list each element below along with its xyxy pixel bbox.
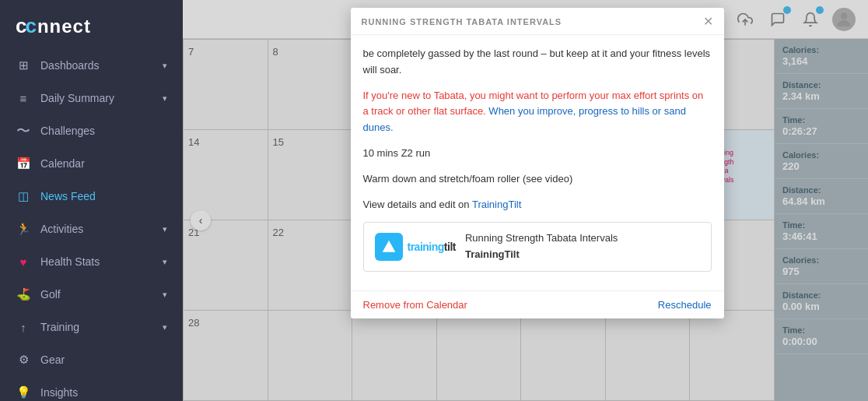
sidebar-item-label: Daily Summary: [40, 92, 163, 104]
chevron-icon: ▾: [163, 61, 167, 71]
sidebar-item-label: Golf: [40, 288, 163, 301]
sidebar: ccnnect ⊞ Dashboards ▾ ≡ Daily Summary ▾…: [0, 0, 183, 401]
tt-source: TrainingTilt: [465, 247, 618, 263]
training-tilt-link[interactable]: TrainingTilt: [472, 199, 521, 210]
sidebar-item-health-stats[interactable]: ♥ Health Stats ▾: [0, 245, 183, 278]
modal-overlay: RUNNING STRENGTH TABATA INTERVALS ✕ be c…: [183, 0, 868, 401]
modal-close-button[interactable]: ✕: [703, 16, 713, 28]
modal-body-viewdetails: View details and edit on TrainingTilt: [363, 197, 712, 213]
daily-summary-icon: ≡: [16, 90, 31, 106]
reschedule-button[interactable]: Reschedule: [658, 299, 712, 311]
sidebar-item-daily-summary[interactable]: ≡ Daily Summary ▾: [0, 82, 183, 114]
health-stats-icon: ♥: [16, 254, 31, 269]
remove-from-calendar-button[interactable]: Remove from Calendar: [363, 299, 467, 311]
chevron-icon: ▾: [163, 93, 167, 104]
modal-body-tabata: If you're new to Tabata, you might want …: [363, 88, 712, 136]
training-icon: ↑: [16, 319, 31, 335]
sidebar-nav: ⊞ Dashboards ▾ ≡ Daily Summary ▾ 〜 Chall…: [0, 49, 183, 401]
chevron-icon: ▾: [163, 322, 167, 332]
sidebar-item-label: Insights: [40, 386, 167, 399]
sidebar-item-activities[interactable]: 🏃 Activities ▾: [0, 213, 183, 245]
sidebar-item-challenges[interactable]: 〜 Challenges: [0, 114, 183, 147]
body-text: be completely gassed by the last round –…: [363, 47, 711, 76]
sidebar-item-training[interactable]: ↑ Training ▾: [0, 311, 183, 343]
tt-logo: [375, 233, 403, 261]
dashboards-icon: ⊞: [16, 58, 31, 73]
sidebar-item-label: Gear: [40, 354, 167, 366]
challenges-icon: 〜: [16, 123, 31, 139]
sidebar-item-news-feed[interactable]: ◫ News Feed: [0, 180, 183, 213]
chevron-icon: ▾: [163, 290, 167, 300]
chevron-icon: ▾: [163, 224, 167, 234]
modal-body-intro: be completely gassed by the last round –…: [363, 46, 712, 79]
sidebar-item-dashboards[interactable]: ⊞ Dashboards ▾: [0, 49, 183, 82]
chevron-icon: ▾: [163, 257, 167, 267]
sidebar-item-insights[interactable]: 💡 Insights: [0, 376, 183, 401]
modal-body: be completely gassed by the last round –…: [351, 35, 724, 290]
logo-text: ccnnect: [16, 14, 91, 38]
event-modal: RUNNING STRENGTH TABATA INTERVALS ✕ be c…: [351, 8, 724, 318]
insights-icon: 💡: [16, 385, 31, 400]
modal-header: RUNNING STRENGTH TABATA INTERVALS ✕: [351, 8, 724, 35]
sidebar-item-label: Activities: [40, 223, 163, 235]
sidebar-item-gear[interactable]: ⚙ Gear: [0, 343, 183, 376]
sidebar-item-golf[interactable]: ⛳ Golf ▾: [0, 278, 183, 311]
sidebar-item-label: Training: [40, 321, 163, 333]
main-area: ‹ 7 8 9 10 11 12: [183, 0, 868, 401]
modal-body-warmdown: Warm down and stretch/foam roller (see v…: [363, 171, 712, 188]
sidebar-item-label: Challenges: [40, 125, 167, 137]
tt-brand-text: trainingtilt: [408, 238, 456, 255]
golf-icon: ⛳: [16, 287, 31, 302]
activities-icon: 🏃: [16, 221, 31, 237]
app-logo: ccnnect: [0, 0, 183, 49]
calendar-icon: 📅: [16, 156, 31, 171]
svg-marker-2: [382, 241, 395, 252]
modal-body-z2: 10 mins Z2 run: [363, 146, 712, 162]
tt-event-info: Running Strength Tabata Intervals Traini…: [465, 230, 618, 263]
training-tilt-card: trainingtilt Running Strength Tabata Int…: [363, 222, 712, 272]
sidebar-item-label: Calendar: [40, 157, 167, 170]
modal-title: RUNNING STRENGTH TABATA INTERVALS: [362, 17, 562, 26]
sidebar-item-calendar[interactable]: 📅 Calendar: [0, 147, 183, 180]
tt-event-name: Running Strength Tabata Intervals: [465, 232, 618, 244]
tt-logo-area: trainingtilt: [375, 233, 456, 261]
gear-icon: ⚙: [16, 352, 31, 368]
modal-footer: Remove from Calendar Reschedule: [351, 290, 724, 318]
news-feed-icon: ◫: [16, 188, 31, 204]
sidebar-item-label: News Feed: [40, 190, 167, 202]
sidebar-item-label: Health Stats: [40, 255, 163, 268]
sidebar-item-label: Dashboards: [40, 59, 163, 72]
